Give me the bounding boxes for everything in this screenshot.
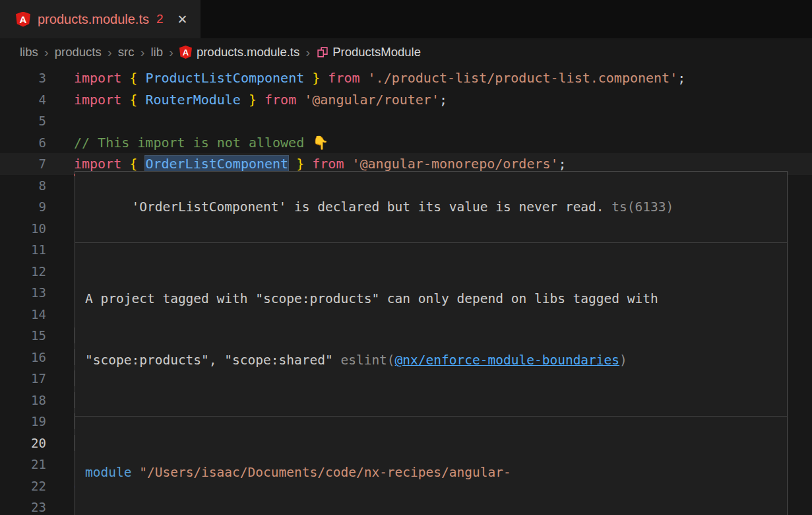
breadcrumb-symbol[interactable]: ProductsModule	[332, 45, 421, 59]
code-token: OrderListComponent	[145, 156, 288, 172]
code-token	[304, 156, 312, 172]
tab-problem-count-badge: 2	[156, 12, 164, 26]
eslint-message-text: "scope:products", "scope:shared"	[85, 353, 340, 368]
tab-title: products.module.ts	[38, 12, 149, 27]
breadcrumb-lib[interactable]: lib	[150, 45, 163, 59]
module-path-text: "/Users/isaac/Documents/code/nx-recipes/…	[131, 465, 511, 480]
tab-products-module[interactable]: A products.module.ts 2 ✕	[0, 0, 201, 38]
code-token: {	[129, 92, 137, 108]
code-token: import	[74, 70, 129, 86]
code-token: '@angular-monorepo/orders'	[352, 156, 559, 172]
angular-file-icon: A	[16, 12, 30, 27]
line-number: 9	[0, 196, 46, 218]
ts-diagnostic-code: ts(6133)	[604, 199, 674, 215]
chevron-right-icon: ›	[140, 44, 144, 60]
line-number: 8	[0, 175, 46, 197]
editor-tab-bar: A products.module.ts 2 ✕	[0, 0, 812, 38]
line-number: 18	[0, 390, 46, 411]
hover-eslint-diagnostic: A project tagged with "scope:products" c…	[75, 243, 787, 417]
eslint-source-close: )	[619, 353, 627, 368]
breadcrumb-src[interactable]: src	[118, 45, 135, 59]
code-content: import { RouterModule } from '@angular/r…	[46, 89, 812, 111]
vscode-window: A products.module.ts 2 ✕ libs › products…	[0, 0, 812, 515]
module-path-line1: module "/Users/isaac/Documents/code/nx-r…	[85, 462, 777, 483]
line-number: 11	[0, 239, 46, 261]
code-token: // This import is not allowed 👇	[74, 135, 328, 151]
line-number: 7	[0, 153, 46, 175]
eslint-message-line2: "scope:products", "scope:shared" eslint(…	[85, 350, 777, 370]
code-token: import	[74, 92, 129, 108]
code-token: '@angular/router'	[304, 92, 439, 108]
code-token	[241, 92, 249, 108]
code-token	[257, 92, 265, 108]
code-token: }	[249, 92, 257, 108]
code-content: // This import is not allowed 👇	[46, 132, 812, 154]
code-token: {	[129, 70, 137, 86]
class-symbol-icon	[316, 46, 329, 59]
breadcrumb: libs › products › src › lib › A products…	[0, 38, 812, 66]
code-token: }	[312, 70, 320, 86]
line-number: 4	[0, 89, 46, 111]
code-token: ;	[677, 70, 685, 86]
hover-module-info: module "/Users/isaac/Documents/code/nx-r…	[75, 417, 787, 515]
line-number: 13	[0, 282, 46, 304]
code-token	[320, 70, 328, 86]
module-keyword: module	[85, 465, 131, 480]
eslint-source-open: eslint(	[340, 353, 394, 368]
code-content: import { ProductListComponent } from './…	[46, 67, 812, 89]
code-line-6[interactable]: 6// This import is not allowed 👇	[0, 132, 812, 154]
code-token: ProductListComponent	[145, 70, 304, 86]
code-token	[137, 92, 145, 108]
code-token: ;	[439, 92, 447, 108]
chevron-right-icon: ›	[169, 44, 173, 60]
code-token: './product-list/product-list.component'	[368, 70, 678, 86]
code-token: from	[312, 156, 352, 172]
code-line-3[interactable]: 3import { ProductListComponent } from '.…	[0, 67, 812, 89]
line-number: 15	[0, 325, 46, 347]
line-number: 5	[0, 110, 46, 132]
eslint-message-line1: A project tagged with "scope:products" c…	[85, 289, 777, 309]
line-number: 21	[0, 454, 46, 475]
code-line-5[interactable]: 5	[0, 110, 812, 132]
angular-icon-letter: A	[20, 14, 27, 25]
code-content	[46, 110, 812, 132]
eslint-message-text: A project tagged with "scope:products" c…	[85, 291, 658, 306]
chevron-right-icon: ›	[305, 44, 310, 60]
chevron-right-icon: ›	[44, 44, 49, 60]
code-token: ;	[559, 156, 567, 172]
line-number: 22	[0, 475, 46, 497]
line-number: 23	[0, 497, 46, 515]
line-number: 17	[0, 368, 46, 390]
code-token	[288, 156, 296, 172]
code-token: RouterModule	[145, 92, 241, 108]
angular-icon-letter: A	[183, 48, 189, 57]
breadcrumb-libs[interactable]: libs	[20, 45, 38, 59]
line-number: 6	[0, 132, 46, 154]
code-token: import	[74, 156, 129, 172]
code-token	[137, 70, 145, 86]
breadcrumb-products[interactable]: products	[55, 45, 102, 59]
code-token: from	[265, 92, 304, 108]
code-line-4[interactable]: 4import { RouterModule } from '@angular/…	[0, 89, 812, 111]
ts-diagnostic-message: 'OrderListComponent' is declared but its…	[131, 199, 604, 215]
chevron-right-icon: ›	[108, 44, 112, 60]
line-number: 19	[0, 411, 46, 432]
line-number: 3	[0, 67, 46, 89]
line-number: 10	[0, 218, 46, 240]
line-number: 12	[0, 261, 46, 283]
breadcrumb-file[interactable]: products.module.ts	[197, 45, 299, 59]
line-number: 20	[0, 432, 46, 454]
line-number: 14	[0, 304, 46, 326]
code-token: from	[328, 70, 367, 86]
angular-file-icon: A	[179, 46, 192, 59]
eslint-rule-link[interactable]: @nx/enforce-module-boundaries	[395, 353, 619, 368]
diagnostics-hover-popup: 'OrderListComponent' is declared but its…	[75, 171, 788, 515]
close-icon[interactable]: ✕	[177, 12, 188, 27]
code-token	[137, 156, 145, 172]
line-number: 16	[0, 347, 46, 368]
code-token: }	[296, 156, 304, 172]
code-token	[304, 70, 312, 86]
hover-ts-diagnostic: 'OrderListComponent' is declared but its…	[75, 172, 787, 243]
code-token: {	[129, 156, 137, 172]
